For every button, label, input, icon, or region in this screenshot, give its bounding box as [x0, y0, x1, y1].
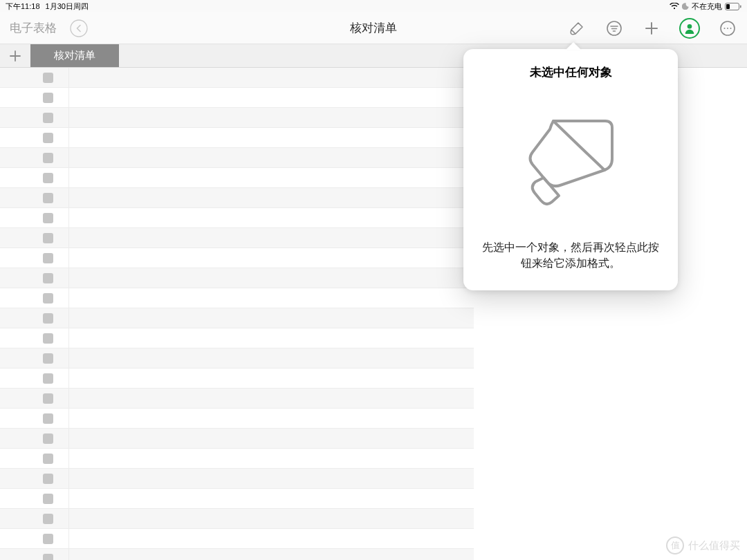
text-cell[interactable]	[69, 248, 474, 268]
text-cell[interactable]	[69, 128, 474, 147]
table-row[interactable]	[0, 148, 474, 168]
back-to-documents[interactable]: 电子表格	[10, 20, 57, 36]
text-cell[interactable]	[69, 348, 474, 368]
checkbox-icon[interactable]	[43, 333, 53, 344]
text-cell[interactable]	[69, 549, 474, 560]
checkbox-icon[interactable]	[43, 474, 53, 484]
checkbox-cell[interactable]	[0, 328, 69, 348]
checkbox-icon[interactable]	[43, 454, 53, 464]
format-brush-button[interactable]	[567, 19, 587, 38]
checkbox-cell[interactable]	[0, 449, 69, 468]
more-button[interactable]	[718, 19, 737, 38]
table-row[interactable]	[0, 308, 474, 328]
text-cell[interactable]	[69, 208, 474, 227]
checkbox-cell[interactable]	[0, 168, 69, 187]
text-cell[interactable]	[69, 228, 474, 248]
text-cell[interactable]	[69, 489, 474, 508]
table-row[interactable]	[0, 288, 474, 308]
add-button[interactable]	[642, 19, 661, 38]
table-row[interactable]	[0, 328, 474, 348]
checkbox-cell[interactable]	[0, 509, 69, 528]
text-cell[interactable]	[69, 449, 474, 468]
checkbox-icon[interactable]	[43, 133, 53, 143]
table-row[interactable]	[0, 489, 474, 509]
table-row[interactable]	[0, 128, 474, 148]
checkbox-cell[interactable]	[0, 268, 69, 288]
text-cell[interactable]	[69, 168, 474, 187]
text-cell[interactable]	[69, 368, 474, 388]
table-row[interactable]	[0, 248, 474, 268]
checkbox-icon[interactable]	[43, 233, 53, 243]
checkbox-icon[interactable]	[43, 393, 53, 404]
checkbox-cell[interactable]	[0, 288, 69, 308]
checkbox-cell[interactable]	[0, 529, 69, 548]
filter-button[interactable]	[605, 19, 624, 38]
checkbox-icon[interactable]	[43, 253, 53, 263]
checkbox-icon[interactable]	[43, 93, 53, 103]
checkbox-icon[interactable]	[43, 73, 53, 83]
table-row[interactable]	[0, 168, 474, 188]
collaborate-button[interactable]	[679, 18, 700, 39]
checkbox-cell[interactable]	[0, 208, 69, 227]
checkbox-icon[interactable]	[43, 534, 53, 544]
table-row[interactable]	[0, 188, 474, 208]
checkbox-cell[interactable]	[0, 248, 69, 268]
checkbox-cell[interactable]	[0, 469, 69, 488]
checkbox-cell[interactable]	[0, 429, 69, 448]
text-cell[interactable]	[69, 409, 474, 428]
text-cell[interactable]	[69, 328, 474, 348]
text-cell[interactable]	[69, 108, 474, 127]
checkbox-icon[interactable]	[43, 173, 53, 183]
table-row[interactable]	[0, 389, 474, 409]
table-row[interactable]	[0, 268, 474, 288]
table-row[interactable]	[0, 429, 474, 449]
table-row[interactable]	[0, 68, 474, 88]
table-row[interactable]	[0, 509, 474, 529]
checkbox-cell[interactable]	[0, 389, 69, 408]
text-cell[interactable]	[69, 268, 474, 288]
add-sheet-button[interactable]	[0, 44, 30, 67]
undo-button[interactable]	[69, 19, 89, 38]
checkbox-cell[interactable]	[0, 88, 69, 107]
checkbox-icon[interactable]	[43, 293, 53, 304]
text-cell[interactable]	[69, 529, 474, 548]
checkbox-icon[interactable]	[43, 433, 53, 444]
checkbox-cell[interactable]	[0, 549, 69, 560]
table-row[interactable]	[0, 108, 474, 128]
checkbox-icon[interactable]	[43, 373, 53, 384]
checkbox-icon[interactable]	[43, 193, 53, 203]
text-cell[interactable]	[69, 148, 474, 167]
table-row[interactable]	[0, 529, 474, 549]
text-cell[interactable]	[69, 389, 474, 408]
checkbox-cell[interactable]	[0, 128, 69, 147]
text-cell[interactable]	[69, 68, 474, 87]
checkbox-icon[interactable]	[43, 113, 53, 123]
text-cell[interactable]	[69, 308, 474, 328]
table-row[interactable]	[0, 409, 474, 429]
text-cell[interactable]	[69, 288, 474, 308]
checkbox-icon[interactable]	[43, 213, 53, 223]
checkbox-icon[interactable]	[43, 413, 53, 424]
checkbox-cell[interactable]	[0, 68, 69, 87]
table-row[interactable]	[0, 549, 474, 560]
checkbox-cell[interactable]	[0, 308, 69, 328]
checkbox-icon[interactable]	[43, 494, 53, 504]
checkbox-icon[interactable]	[43, 153, 53, 163]
checkbox-icon[interactable]	[43, 514, 53, 524]
checkbox-cell[interactable]	[0, 228, 69, 248]
checkbox-icon[interactable]	[43, 353, 53, 364]
sheet-tab-active[interactable]: 核对清单	[30, 44, 119, 67]
text-cell[interactable]	[69, 429, 474, 448]
checkbox-cell[interactable]	[0, 108, 69, 127]
table-row[interactable]	[0, 208, 474, 228]
checkbox-cell[interactable]	[0, 489, 69, 508]
text-cell[interactable]	[69, 188, 474, 207]
checkbox-cell[interactable]	[0, 188, 69, 207]
checkbox-cell[interactable]	[0, 368, 69, 388]
text-cell[interactable]	[69, 509, 474, 528]
text-cell[interactable]	[69, 88, 474, 107]
checkbox-cell[interactable]	[0, 409, 69, 428]
checkbox-cell[interactable]	[0, 348, 69, 368]
table-row[interactable]	[0, 469, 474, 489]
table-row[interactable]	[0, 368, 474, 389]
